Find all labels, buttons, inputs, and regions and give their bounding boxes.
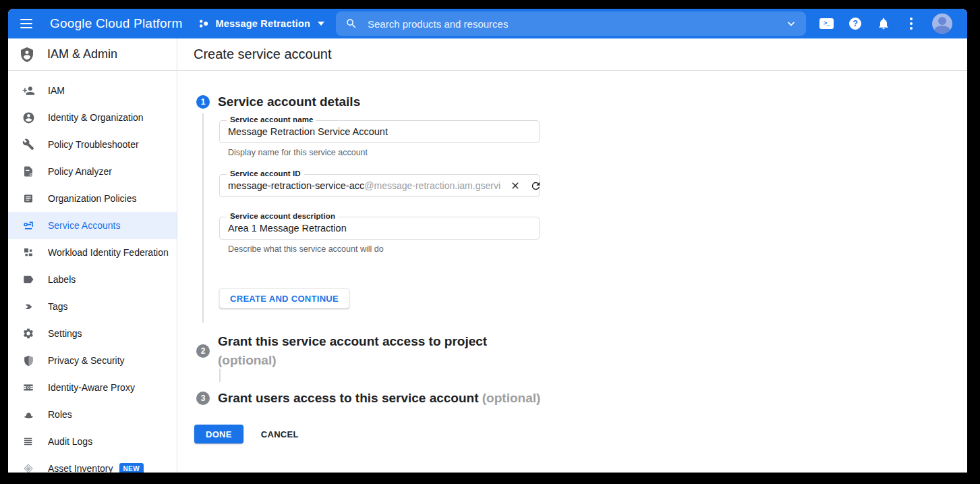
sidebar-item-label: Roles	[48, 409, 72, 420]
search-bar[interactable]	[336, 11, 806, 36]
step-3: 3 Grant users access to this service acc…	[196, 389, 967, 408]
new-badge: NEW	[119, 463, 144, 473]
form-actions: DONE CANCEL	[194, 425, 967, 443]
proxy-layers-icon	[22, 381, 35, 394]
sidebar-item-label: Policy Troubleshooter	[48, 139, 139, 150]
gear-icon	[22, 327, 35, 340]
service-account-description-input[interactable]: Area 1 Message Retraction	[228, 223, 347, 234]
top-app-bar: Google Cloud Platform Message Retraction…	[8, 9, 967, 38]
sidebar-item-label: Audit Logs	[48, 436, 92, 447]
page-title: Create service account	[194, 47, 332, 62]
sidebar-item-identity-aware-proxy[interactable]: Identity-Aware Proxy	[8, 374, 177, 401]
service-account-name-label: Service account name	[227, 115, 316, 124]
topbar-action-icons: >_ ?	[819, 9, 952, 38]
wrench-icon	[22, 138, 35, 151]
sidebar-item-policy-analyzer[interactable]: Policy Analyzer	[8, 158, 177, 185]
service-account-description-helper: Describe what this service account will …	[228, 244, 540, 254]
project-selector[interactable]: Message Retraction	[198, 18, 324, 29]
sidebar-item-organization-policies[interactable]: Organization Policies	[8, 185, 177, 212]
create-service-account-form: 1 Service account details Service accoun…	[177, 71, 967, 473]
sidebar-item-label: Tags	[48, 301, 68, 312]
label-tag-icon	[22, 273, 35, 286]
sidebar-item-roles[interactable]: Roles	[8, 401, 177, 428]
shield-icon	[22, 354, 35, 367]
caret-down-icon	[318, 22, 324, 26]
sidebar-item-audit-logs[interactable]: Audit Logs	[8, 428, 177, 455]
iam-admin-sidebar: IAM & Admin IAM Identity & Organization …	[8, 38, 177, 473]
cloud-shell-icon[interactable]: >_	[819, 18, 834, 29]
service-account-name-field[interactable]: Service account name Message Retraction …	[219, 120, 540, 143]
sidebar-item-label: Identity & Organization	[48, 112, 144, 123]
sidebar-title: IAM & Admin	[47, 47, 117, 61]
sidebar-item-privacy-security[interactable]: Privacy & Security	[8, 347, 177, 374]
step-1-indicator: 1	[196, 95, 210, 109]
gcp-console-window: Google Cloud Platform Message Retraction…	[8, 9, 967, 473]
sidebar-item-label: Service Accounts	[48, 220, 120, 231]
step-2-title: Grant this service account access to pro…	[218, 332, 487, 351]
step-3-title: Grant users access to this service accou…	[218, 391, 479, 405]
project-dots-icon	[198, 18, 209, 29]
hat-icon	[22, 408, 35, 421]
hamburger-menu-icon[interactable]	[20, 16, 36, 32]
sidebar-item-label: Settings	[48, 328, 82, 339]
sidebar-item-policy-troubleshooter[interactable]: Policy Troubleshooter	[8, 131, 177, 158]
notifications-icon[interactable]	[877, 17, 890, 30]
account-circle-icon	[22, 111, 35, 124]
done-button[interactable]: DONE	[194, 425, 243, 443]
step-2-optional: (optional)	[218, 351, 487, 370]
sidebar-item-label: Asset Inventory	[48, 463, 113, 473]
service-account-id-input[interactable]: message-retraction-service-acc	[228, 180, 364, 191]
avatar[interactable]	[932, 14, 952, 34]
search-icon	[345, 18, 357, 30]
list-box-icon	[22, 192, 35, 205]
main-header: Create service account	[177, 38, 967, 71]
service-account-id-label: Service account ID	[227, 169, 304, 178]
project-name: Message Retraction	[215, 18, 310, 29]
sidebar-item-label: Labels	[48, 274, 76, 285]
create-and-continue-button[interactable]: CREATE AND CONTINUE	[219, 288, 349, 308]
shield-person-icon	[19, 47, 35, 63]
sidebar-item-label: Privacy & Security	[48, 355, 125, 366]
log-lines-icon	[22, 435, 35, 448]
sidebar-item-tags[interactable]: Tags	[8, 293, 177, 320]
search-input[interactable]	[368, 18, 786, 30]
sidebar-item-identity-organization[interactable]: Identity & Organization	[8, 104, 177, 131]
step-3-indicator: 3	[196, 392, 210, 405]
service-account-id-domain-suffix: @message-retraction.iam.gservi	[364, 180, 500, 191]
chevron-down-icon[interactable]	[786, 18, 797, 29]
more-vert-icon[interactable]	[906, 16, 917, 31]
service-account-description-field[interactable]: Service account description Area 1 Messa…	[219, 217, 540, 240]
refresh-icon[interactable]	[530, 180, 542, 192]
sidebar-item-label: IAM	[48, 85, 65, 96]
sidebar-item-iam[interactable]: IAM	[8, 77, 177, 104]
service-account-name-input[interactable]: Message Retraction Service Account	[228, 126, 388, 137]
step-1: 1 Service account details Service accoun…	[196, 95, 967, 323]
step-1-title: Service account details	[218, 95, 540, 109]
step-2-indicator: 2	[196, 344, 210, 358]
sidebar-item-settings[interactable]: Settings	[8, 320, 177, 347]
service-account-key-icon	[22, 219, 35, 232]
sidebar-item-workload-identity-federation[interactable]: Workload Identity Federation	[8, 239, 177, 266]
tag-arrow-icon	[22, 300, 35, 313]
sidebar-nav: IAM Identity & Organization Policy Troub…	[8, 77, 177, 473]
gcp-logo[interactable]: Google Cloud Platform	[50, 16, 182, 31]
sidebar-item-label: Workload Identity Federation	[48, 247, 169, 258]
help-icon[interactable]: ?	[849, 18, 861, 30]
squares-icon	[22, 246, 35, 259]
step-connector-line	[219, 369, 221, 382]
diamond-layers-icon	[22, 462, 35, 473]
step-connector-line	[202, 113, 204, 323]
sidebar-header: IAM & Admin	[8, 38, 177, 71]
step-2: 2 Grant this service account access to p…	[196, 332, 967, 370]
clear-x-icon[interactable]	[510, 180, 521, 191]
sidebar-item-label: Organization Policies	[48, 193, 137, 204]
service-account-description-label: Service account description	[227, 212, 339, 220]
person-add-icon	[22, 84, 35, 97]
service-account-id-field[interactable]: Service account ID message-retraction-se…	[219, 174, 540, 197]
sidebar-item-asset-inventory[interactable]: Asset Inventory NEW	[8, 455, 177, 473]
document-gear-icon	[22, 165, 35, 178]
sidebar-item-labels[interactable]: Labels	[8, 266, 177, 293]
step-3-optional: (optional)	[482, 391, 541, 405]
sidebar-item-service-accounts[interactable]: Service Accounts	[8, 212, 177, 239]
cancel-button[interactable]: CANCEL	[261, 429, 299, 439]
